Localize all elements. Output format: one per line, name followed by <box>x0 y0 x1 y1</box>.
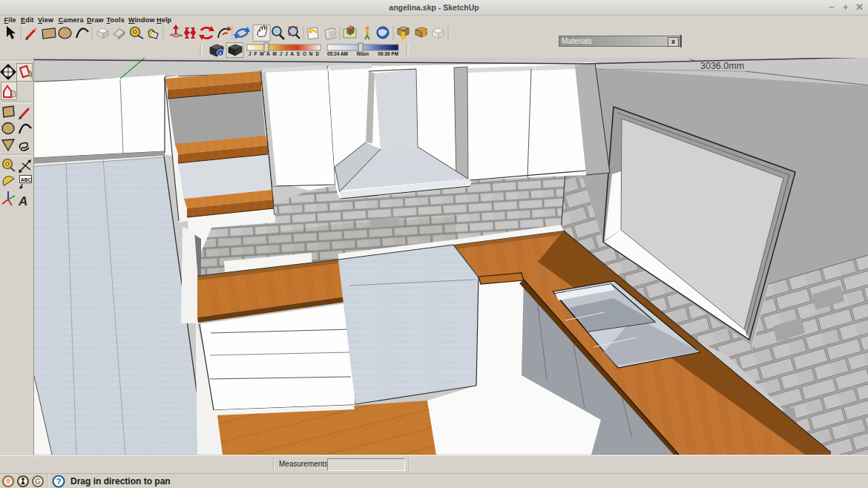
svg-text:05:24 AM: 05:24 AM <box>327 51 348 56</box>
svg-text:3036.0mm: 3036.0mm <box>700 61 744 71</box>
svg-text:?: ? <box>56 477 61 486</box>
svg-text:A: A <box>18 194 27 208</box>
svg-text:J F M A M J J A S O N D: J F M A M J J A S O N D <box>249 51 319 56</box>
svg-text:G: G <box>35 478 41 486</box>
svg-text:ABC: ABC <box>21 177 31 182</box>
svg-text:06:36 PM: 06:36 PM <box>378 51 398 56</box>
svg-text:i: i <box>220 50 221 56</box>
